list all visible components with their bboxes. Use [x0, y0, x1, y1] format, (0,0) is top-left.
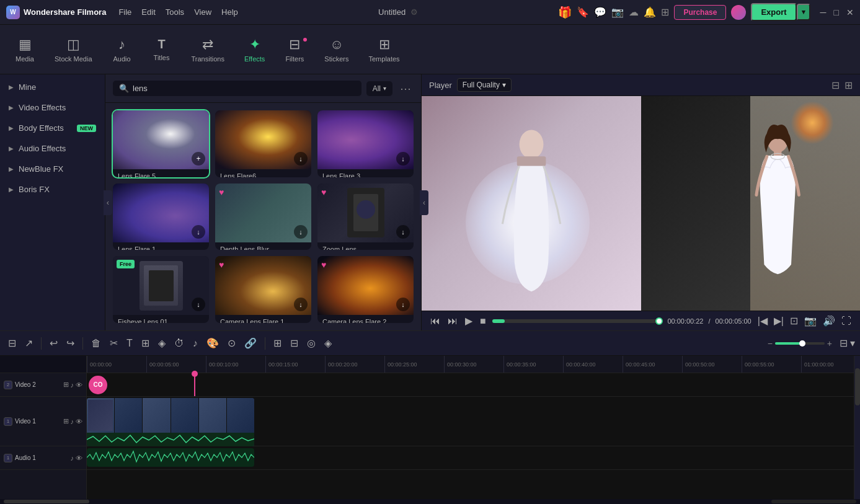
- audio1-clip[interactable]: [87, 448, 254, 467]
- tl-effects2-button[interactable]: ◈: [155, 335, 169, 351]
- tl-link-button[interactable]: 🔗: [241, 335, 260, 351]
- sidebar-item-newblue[interactable]: ▶ NewBlue FX: [0, 159, 105, 179]
- track-collapse-video1[interactable]: ⊞: [63, 417, 69, 425]
- effect-card-zoom[interactable]: ♥ ↓ Zoom Lens: [317, 183, 414, 250]
- volume-button[interactable]: 🔊: [822, 315, 836, 327]
- tl-marker-button[interactable]: ◈: [321, 335, 335, 351]
- bookmark-icon[interactable]: 🔖: [577, 6, 589, 18]
- gift-icon[interactable]: 🎁: [558, 6, 572, 19]
- collapse-sidebar-button[interactable]: ‹: [104, 190, 112, 215]
- tl-speed-button[interactable]: ⏱: [171, 335, 187, 351]
- svg-rect-1: [516, 156, 546, 166]
- toolbar-filters[interactable]: ⊟ Filters: [276, 33, 313, 66]
- cloud-icon[interactable]: ☁: [629, 6, 639, 18]
- preview-left: [422, 96, 641, 311]
- fullscreen-button[interactable]: ⛶: [840, 316, 853, 327]
- tl-transform-button[interactable]: ⊙: [224, 335, 239, 351]
- timeline-h-scrollbar[interactable]: [0, 499, 860, 504]
- menu-view[interactable]: View: [194, 7, 211, 17]
- player-timeline-bar[interactable]: [492, 319, 663, 323]
- tl-text-button[interactable]: T: [123, 335, 136, 351]
- toolbar-item-audio: ♪ Audio: [104, 33, 141, 66]
- crop-button[interactable]: ⊡: [789, 315, 799, 327]
- timeline-tracks-container[interactable]: 00:00:00 00:00:05:00 00:00:10:00 00:00:1…: [87, 356, 854, 499]
- effect-card-lens6[interactable]: ↓ Lens Flare6: [215, 110, 311, 177]
- tl-color-button[interactable]: 🎨: [203, 335, 222, 351]
- track-audio-video1[interactable]: ♪: [71, 418, 74, 425]
- toolbar-titles[interactable]: T Titles: [143, 33, 180, 65]
- effect-card-lens3[interactable]: ↓ Lens Flare 3: [317, 110, 414, 177]
- toolbar-audio[interactable]: ♪ Audio: [104, 33, 141, 66]
- track-audio-video2[interactable]: ♪: [71, 381, 74, 389]
- track-audio-icon-audio1[interactable]: ♪: [71, 454, 74, 462]
- filter-all-button[interactable]: All ▾: [366, 81, 392, 96]
- skip-back-button[interactable]: ⏮: [429, 316, 441, 327]
- track-eye-video2[interactable]: 👁: [76, 381, 82, 389]
- menu-file[interactable]: File: [118, 7, 131, 17]
- toolbar-stock[interactable]: ◫ Stock Media: [46, 33, 101, 66]
- step-back-button[interactable]: ⏭: [446, 316, 459, 327]
- quality-select[interactable]: Full Quality ▾: [457, 78, 512, 92]
- prev-frame-button[interactable]: |◀: [756, 315, 769, 327]
- sidebar-item-mine[interactable]: ▶ Mine: [0, 77, 105, 97]
- export-button[interactable]: Export: [751, 3, 796, 21]
- video1-clip[interactable]: [87, 398, 254, 446]
- tl-snap-button[interactable]: ⊟: [287, 335, 301, 351]
- camera2-icon[interactable]: 📷: [611, 6, 624, 18]
- minimize-button[interactable]: ─: [820, 7, 827, 17]
- track-eye-audio1[interactable]: 👁: [76, 454, 82, 462]
- grid-view-button[interactable]: ⊟: [831, 79, 840, 91]
- zoom-out-icon[interactable]: −: [768, 338, 773, 348]
- maximize-button[interactable]: □: [834, 7, 839, 17]
- effect-card-depth[interactable]: ♥ ↓ Depth Lens Blur: [215, 183, 311, 250]
- toolbar-transitions[interactable]: ⇄ Transitions: [183, 33, 233, 66]
- next-frame-button[interactable]: ▶|: [773, 315, 785, 327]
- more-options-button[interactable]: ⋯: [397, 82, 414, 95]
- bell-icon[interactable]: 🔔: [644, 6, 656, 18]
- tl-crop-button[interactable]: ⊞: [138, 335, 153, 351]
- purchase-button[interactable]: Purchase: [674, 5, 726, 20]
- toolbar-stickers[interactable]: ☺ Stickers: [316, 33, 357, 66]
- effect-card-camera2[interactable]: ♥ ↓ Camera Lens Flare 2: [317, 256, 414, 323]
- menu-edit[interactable]: Edit: [141, 7, 155, 17]
- apps-icon[interactable]: ⊞: [661, 6, 669, 18]
- screenshot-button[interactable]: 📷: [803, 315, 818, 327]
- stop-button[interactable]: ■: [479, 316, 487, 327]
- toolbar-effects[interactable]: ✦ Effects: [236, 33, 273, 66]
- zoom-in-icon[interactable]: +: [827, 338, 832, 348]
- effect-card-lens5[interactable]: + Lens Flare 5: [113, 110, 209, 177]
- toolbar-templates[interactable]: ⊞ Templates: [360, 33, 408, 66]
- play-button[interactable]: ▶: [464, 315, 474, 327]
- tl-split-button[interactable]: ⊟: [5, 335, 19, 351]
- tl-audio-button[interactable]: ♪: [190, 335, 201, 351]
- effect-card-camera1[interactable]: ♥ ↓ Camera Lens Flare 1: [215, 256, 311, 323]
- tl-redo-button[interactable]: ↪: [63, 335, 78, 351]
- person-preview-left: [422, 96, 641, 311]
- fit-view-button[interactable]: ⊞: [844, 79, 853, 91]
- track-collapse-video2[interactable]: ⊞: [63, 381, 69, 389]
- menu-tools[interactable]: Tools: [166, 7, 184, 17]
- effect-card-lens1[interactable]: ↓ Lens Flare 1: [113, 183, 209, 250]
- close-button[interactable]: ✕: [846, 7, 854, 17]
- tl-list-view-button[interactable]: ▾: [850, 337, 855, 349]
- sidebar-item-body-effects[interactable]: ▶ Body Effects NEW: [0, 118, 105, 138]
- collapse-effects-panel-button[interactable]: ‹: [420, 190, 428, 215]
- menu-help[interactable]: Help: [221, 7, 238, 17]
- toolbar-media[interactable]: ▦ Media: [6, 33, 43, 66]
- tl-undo-button[interactable]: ↩: [47, 335, 61, 351]
- sidebar-item-audio-effects[interactable]: ▶ Audio Effects: [0, 138, 105, 159]
- export-dropdown-button[interactable]: ▾: [797, 4, 810, 20]
- tl-cut-button[interactable]: ✂: [107, 335, 121, 351]
- timeline-right-scrollbar[interactable]: [854, 356, 860, 499]
- tl-merge-button[interactable]: ◎: [304, 335, 319, 351]
- tl-delete-button[interactable]: 🗑: [88, 335, 104, 351]
- tl-select-button[interactable]: ↗: [22, 335, 36, 351]
- tl-grid-view-button[interactable]: ⊟: [840, 337, 848, 349]
- effect-card-fisheye[interactable]: Free ↓ Fisheye Lens 01: [113, 256, 209, 323]
- sidebar-item-video-effects[interactable]: ▶ Video Effects: [0, 97, 105, 118]
- search-input[interactable]: [133, 84, 355, 93]
- track-eye-video1[interactable]: 👁: [76, 418, 82, 425]
- chat-icon[interactable]: 💬: [594, 6, 606, 18]
- sidebar-item-boris[interactable]: ▶ Boris FX: [0, 179, 105, 200]
- tl-add-track-button[interactable]: ⊞: [270, 335, 285, 351]
